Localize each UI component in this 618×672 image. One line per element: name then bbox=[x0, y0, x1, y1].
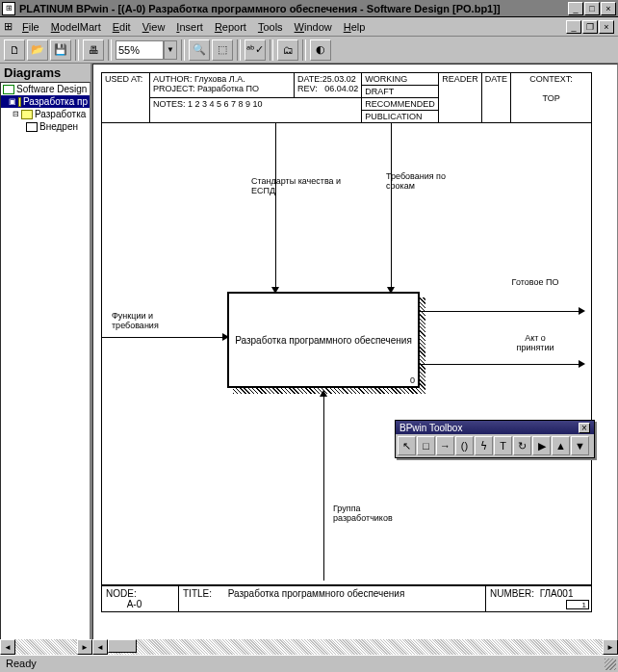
spell-check-button[interactable]: ᵃᵇ✓ bbox=[245, 39, 266, 61]
goto-sibling-tool[interactable]: ▼ bbox=[571, 436, 589, 455]
menu-bar: ⊞ File ModelMart Edit View Insert Report… bbox=[0, 17, 618, 37]
squiggle-tool[interactable]: ϟ bbox=[475, 436, 493, 455]
tree-label: Разработка пр bbox=[23, 96, 88, 107]
page-icon bbox=[26, 122, 38, 132]
menu-view[interactable]: View bbox=[137, 19, 171, 35]
zoom-dropdown-icon[interactable]: ▼ bbox=[164, 40, 177, 60]
minimize-button[interactable]: _ bbox=[568, 2, 583, 15]
model-icon bbox=[3, 85, 14, 94]
model-explorer-button[interactable]: 🗂 bbox=[277, 39, 298, 61]
scroll-left-icon[interactable]: ◄ bbox=[0, 639, 15, 655]
zoom-combo[interactable]: ▼ bbox=[116, 40, 177, 60]
tree-item-diagram[interactable]: ▣ Разработка пр bbox=[1, 95, 90, 108]
menu-file[interactable]: File bbox=[16, 19, 45, 35]
new-button[interactable]: 🗋 bbox=[4, 39, 25, 61]
menu-insert[interactable]: Insert bbox=[170, 19, 209, 35]
app-icon: ⊞ bbox=[2, 2, 15, 15]
idef0-header: USED AT: AUTHOR: Глухова Л.А.PROJECT: Ра… bbox=[101, 72, 592, 123]
menu-tools[interactable]: Tools bbox=[252, 19, 289, 35]
sidebar-hscroll[interactable]: ◄ ► bbox=[0, 639, 92, 655]
expand-icon[interactable]: ⊟ bbox=[13, 110, 19, 118]
activity-label: Разработка программного обеспечения bbox=[235, 335, 412, 346]
window-title: PLATINUM BPwin - [(A-0) Разработка прогр… bbox=[19, 3, 568, 14]
save-button[interactable]: 💾 bbox=[50, 39, 71, 61]
tunnel-tool[interactable]: () bbox=[455, 436, 474, 455]
zoom-input[interactable] bbox=[116, 40, 164, 60]
toolbar-separator bbox=[108, 39, 112, 61]
menu-window[interactable]: Window bbox=[289, 19, 338, 35]
toolbox-title: BPwin Toolbox bbox=[399, 423, 462, 433]
expand-icon[interactable]: ▣ bbox=[9, 97, 16, 106]
zoom-fit-button[interactable]: ⬚ bbox=[212, 39, 233, 61]
print-button[interactable]: 🖶 bbox=[83, 39, 104, 61]
mdi-close-button[interactable]: × bbox=[599, 20, 614, 34]
scroll-right-icon[interactable]: ► bbox=[77, 639, 92, 655]
status-text: Ready bbox=[6, 658, 37, 669]
diagram-canvas[interactable]: USED AT: AUTHOR: Глухова Л.А.PROJECT: Ра… bbox=[92, 64, 618, 651]
tree-item-page[interactable]: Внедрен bbox=[1, 120, 90, 133]
close-button[interactable]: × bbox=[601, 2, 616, 15]
toolbar-separator bbox=[237, 39, 241, 61]
toolbar-separator bbox=[302, 39, 306, 61]
input-label: Функции и требования bbox=[112, 311, 179, 330]
diagrams-title: Diagrams bbox=[0, 64, 90, 82]
scroll-right-icon[interactable]: ► bbox=[603, 639, 618, 655]
toolbox-title-bar[interactable]: BPwin Toolbox × bbox=[396, 421, 594, 434]
tree-label: Software Design bbox=[16, 84, 87, 94]
menu-help[interactable]: Help bbox=[338, 19, 372, 35]
control2-label: Требования по срокам bbox=[386, 171, 463, 191]
box-tool[interactable]: □ bbox=[417, 436, 435, 455]
toolbar-separator bbox=[181, 39, 185, 61]
page-number: 1 bbox=[566, 600, 589, 609]
bpwin-toolbox[interactable]: BPwin Toolbox × ↖ □ → () ϟ T ↻ ▶ ▲ ▼ bbox=[395, 420, 595, 458]
refresh-tool[interactable]: ↻ bbox=[513, 436, 531, 455]
menu-modelmart[interactable]: ModelMart bbox=[45, 19, 107, 35]
modelmart-button[interactable]: ◐ bbox=[310, 39, 331, 61]
tree-item-root[interactable]: Software Design bbox=[1, 83, 90, 95]
main-toolbar: 🗋 📂 💾 🖶 ▼ 🔍 ⬚ ᵃᵇ✓ 🗂 ◐ bbox=[0, 37, 618, 64]
toolbar-separator bbox=[270, 39, 273, 61]
toolbox-close-button[interactable]: × bbox=[579, 423, 590, 433]
goto-child-tool[interactable]: ▶ bbox=[532, 436, 551, 455]
toolbar-separator bbox=[75, 39, 79, 61]
activity-box[interactable]: Разработка программного обеспечения 0 bbox=[227, 292, 420, 388]
tree-label: Разработка bbox=[35, 109, 86, 119]
mdi-minimize-button[interactable]: _ bbox=[566, 20, 581, 34]
resize-grip[interactable] bbox=[605, 659, 616, 670]
mdi-restore-button[interactable]: ❐ bbox=[582, 20, 598, 34]
menu-report[interactable]: Report bbox=[209, 19, 252, 35]
diagram-body[interactable]: Стандарты качества и ЕСПД Требования по … bbox=[101, 123, 592, 585]
diagram-icon bbox=[21, 110, 33, 119]
output2-label: Акт о принятии bbox=[506, 333, 564, 352]
status-bar: Ready bbox=[0, 655, 618, 672]
output1-label: Готовое ПО bbox=[506, 277, 564, 287]
pointer-tool[interactable]: ↖ bbox=[398, 436, 416, 455]
mechanism-label: Группа разработчиков bbox=[333, 504, 420, 523]
scroll-left-icon[interactable]: ◄ bbox=[92, 639, 108, 655]
idef0-footer: NODE: A-0 TITLE: Разработка программного… bbox=[101, 585, 592, 612]
tree-label: Внедрен bbox=[39, 121, 78, 132]
goto-parent-tool[interactable]: ▲ bbox=[552, 436, 570, 455]
activity-number: 0 bbox=[410, 375, 415, 385]
tree-item-diagram[interactable]: ⊟ Разработка bbox=[1, 108, 90, 120]
zoom-in-button[interactable]: 🔍 bbox=[189, 39, 210, 61]
arrow-tool[interactable]: → bbox=[436, 436, 454, 455]
used-at-cell: USED AT: bbox=[102, 73, 150, 123]
control1-label: Стандарты качества и ЕСПД bbox=[251, 176, 348, 195]
diagram-tree[interactable]: Software Design ▣ Разработка пр ⊟ Разраб… bbox=[0, 82, 90, 651]
open-button[interactable]: 📂 bbox=[27, 39, 48, 61]
diagram-icon bbox=[18, 97, 21, 107]
canvas-hscroll[interactable]: ◄ ► bbox=[92, 639, 618, 655]
maximize-button[interactable]: □ bbox=[584, 2, 600, 15]
menu-edit[interactable]: Edit bbox=[107, 19, 137, 35]
mdi-icon[interactable]: ⊞ bbox=[4, 20, 13, 33]
window-title-bar: ⊞ PLATINUM BPwin - [(A-0) Разработка про… bbox=[0, 0, 618, 17]
diagrams-panel: Diagrams Software Design ▣ Разработка пр… bbox=[0, 64, 92, 651]
text-tool[interactable]: T bbox=[494, 436, 512, 455]
